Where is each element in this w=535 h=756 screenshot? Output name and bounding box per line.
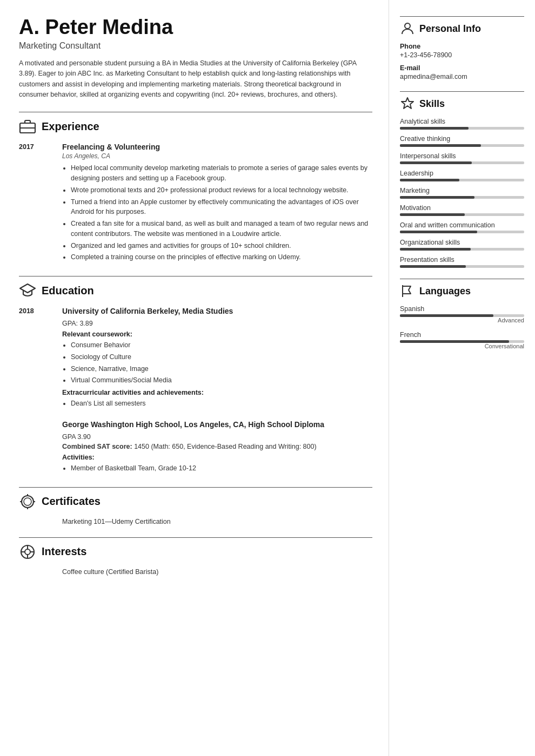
skill-bar-fill bbox=[400, 179, 459, 181]
skill-item: Leadership bbox=[400, 170, 524, 181]
certificates-entry: Marketing 101—Udemy Certification bbox=[19, 518, 372, 525]
experience-entry-subtitle-1: Los Angeles, CA bbox=[62, 152, 372, 160]
edu-gpa-2: GPA 3.90 bbox=[62, 433, 372, 441]
email-value: apmedina@email.com bbox=[400, 73, 524, 80]
skill-item: Organizational skills bbox=[400, 239, 524, 251]
language-item: French Conversational bbox=[400, 331, 524, 349]
skill-bar-bg bbox=[400, 144, 524, 147]
skill-name: Marketing bbox=[400, 187, 524, 194]
skill-bar-bg bbox=[400, 127, 524, 130]
edu-title-1: University of California Berkeley, Media… bbox=[62, 307, 372, 315]
exp-bullet-6: Completed a training course on the princ… bbox=[71, 252, 372, 262]
education-year-2 bbox=[19, 420, 62, 475]
certificates-title: Certificates bbox=[42, 495, 101, 508]
language-item: Spanish Advanced bbox=[400, 305, 524, 323]
interests-section-header: Interests bbox=[19, 537, 372, 561]
skills-title: Skills bbox=[419, 98, 445, 110]
certificates-section-header: Certificates bbox=[19, 487, 372, 510]
interests-icon bbox=[19, 543, 36, 561]
graduation-icon bbox=[19, 282, 36, 299]
exp-bullet-1: Helped local community develop marketing… bbox=[71, 163, 372, 184]
skills-section-header: Skills bbox=[400, 91, 524, 111]
svg-marker-2 bbox=[20, 284, 35, 293]
skill-bar-bg bbox=[400, 161, 524, 164]
experience-title: Experience bbox=[42, 120, 99, 133]
personal-info-title: Personal Info bbox=[419, 23, 481, 35]
interests-title: Interests bbox=[42, 545, 86, 558]
education-entry-1: 2018 University of California Berkeley, … bbox=[19, 307, 372, 410]
skill-name: Analytical skills bbox=[400, 118, 524, 125]
svg-point-15 bbox=[405, 23, 410, 29]
header-title: Marketing Consultant bbox=[19, 41, 372, 51]
skill-name: Oral and written communication bbox=[400, 221, 524, 229]
svg-point-4 bbox=[24, 498, 31, 505]
skill-bar-fill bbox=[400, 231, 477, 233]
header-summary: A motivated and personable student pursu… bbox=[19, 58, 372, 100]
skill-name: Leadership bbox=[400, 170, 524, 177]
skill-bar-bg bbox=[400, 179, 524, 181]
certificate-icon bbox=[19, 493, 36, 510]
edu-gpa-1: GPA: 3.89 bbox=[62, 320, 372, 327]
language-level-row: Conversational bbox=[400, 343, 524, 349]
course-4: Virtual Communities/Social Media bbox=[71, 375, 372, 386]
skill-item: Presentation skills bbox=[400, 256, 524, 268]
phone-label: Phone bbox=[400, 43, 524, 50]
phone-value: +1-23-456-78900 bbox=[400, 51, 524, 59]
course-1: Consumer Behavior bbox=[71, 340, 372, 350]
exp-bullet-3: Turned a friend into an Apple customer b… bbox=[71, 197, 372, 218]
experience-entry-1: 2017 Freelancing & Volunteering Los Ange… bbox=[19, 143, 372, 264]
header-name: A. Peter Medina bbox=[19, 16, 372, 39]
activity-1: Member of Basketball Team, Grade 10-12 bbox=[71, 463, 372, 474]
exp-bullet-4: Created a fan site for a musical band, a… bbox=[71, 219, 372, 239]
edu-coursework-label: Relevant coursework: bbox=[62, 330, 372, 338]
language-level-row: Advanced bbox=[400, 317, 524, 323]
skill-name: Presentation skills bbox=[400, 256, 524, 264]
skill-bar-fill bbox=[400, 161, 472, 164]
svg-point-10 bbox=[25, 549, 30, 555]
experience-entry-title-1: Freelancing & Volunteering bbox=[62, 143, 372, 151]
education-entry-2: George Washington High School, Los Angel… bbox=[19, 420, 372, 475]
languages-list: Spanish Advanced French Conversational bbox=[400, 305, 524, 349]
edu-title-2: George Washington High School, Los Angel… bbox=[62, 420, 372, 429]
email-label: E-mail bbox=[400, 64, 524, 72]
skills-list: Analytical skills Creative thinking Inte… bbox=[400, 118, 524, 268]
education-title: Education bbox=[42, 285, 94, 297]
extra-1: Dean's List all semesters bbox=[71, 399, 372, 409]
skill-bar-bg bbox=[400, 265, 524, 268]
skill-name: Creative thinking bbox=[400, 135, 524, 143]
language-level-label: Conversational bbox=[485, 343, 524, 349]
languages-title: Languages bbox=[419, 286, 471, 297]
course-3: Science, Narrative, Image bbox=[71, 364, 372, 374]
education-section-header: Education bbox=[19, 276, 372, 299]
skill-item: Motivation bbox=[400, 204, 524, 216]
skill-name: Motivation bbox=[400, 204, 524, 212]
language-name: French bbox=[400, 331, 524, 339]
languages-section-header: Languages bbox=[400, 279, 524, 299]
skill-bar-fill bbox=[400, 144, 481, 147]
skill-bar-bg bbox=[400, 231, 524, 233]
skill-item: Analytical skills bbox=[400, 118, 524, 130]
sat-value: 1450 (Math: 650, Evidence-Based Reading … bbox=[134, 443, 316, 450]
skills-icon bbox=[400, 96, 415, 111]
interests-entry: Coffee culture (Certified Barista) bbox=[19, 568, 372, 576]
skill-item: Oral and written communication bbox=[400, 221, 524, 233]
skill-item: Marketing bbox=[400, 187, 524, 199]
skill-bar-fill bbox=[400, 265, 466, 268]
activities-label: Activities: bbox=[62, 454, 372, 461]
edu-extra-list: Dean's List all semesters bbox=[62, 399, 372, 409]
personal-info-header: Personal Info bbox=[400, 16, 524, 36]
skill-bar-bg bbox=[400, 196, 524, 199]
skill-bar-fill bbox=[400, 127, 469, 130]
language-level-label: Advanced bbox=[498, 317, 524, 323]
exp-bullet-5: Organized and led games and activities f… bbox=[71, 241, 372, 251]
skill-bar-bg bbox=[400, 213, 524, 216]
skill-bar-fill bbox=[400, 196, 474, 199]
activities-list: Member of Basketball Team, Grade 10-12 bbox=[62, 463, 372, 474]
skill-name: Interpersonal skills bbox=[400, 152, 524, 160]
edu-coursework-list: Consumer Behavior Sociology of Culture S… bbox=[62, 340, 372, 386]
skill-bar-fill bbox=[400, 213, 465, 216]
exp-bullet-2: Wrote promotional texts and 20+ professi… bbox=[71, 185, 372, 195]
language-name: Spanish bbox=[400, 305, 524, 313]
course-2: Sociology of Culture bbox=[71, 352, 372, 362]
experience-bullets-1: Helped local community develop marketing… bbox=[62, 163, 372, 262]
